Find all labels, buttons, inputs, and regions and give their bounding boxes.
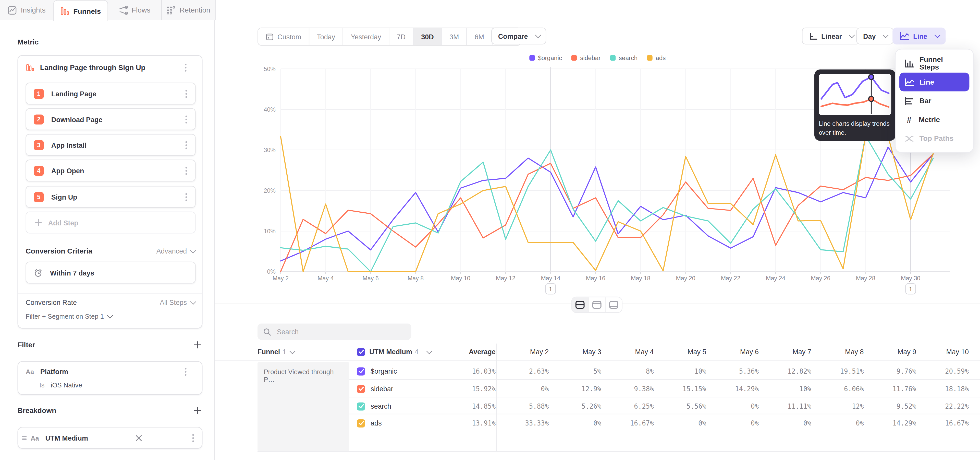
table-row[interactable]: sidebar 15.92% 0% 12.9% 9.38% 15.15% 14.…: [349, 380, 980, 398]
legend-item-organic[interactable]: $organic: [529, 54, 562, 61]
cell-value: 18.18%: [916, 380, 969, 398]
row-checkbox[interactable]: [357, 419, 365, 427]
funnel-step-row[interactable]: 2 Download Page: [25, 109, 196, 130]
row-checkbox[interactable]: [357, 402, 365, 410]
chevron-down-icon: [934, 32, 940, 38]
chevron-down-icon: [190, 298, 196, 304]
svg-text:May 18: May 18: [631, 275, 650, 282]
funnel-step-row[interactable]: 5 Sign Up: [25, 186, 196, 208]
range-3m[interactable]: 3M: [441, 28, 466, 45]
menu-item-metric[interactable]: # Metric: [899, 110, 969, 129]
segment-name: search: [371, 402, 391, 410]
range-6m[interactable]: 6M: [466, 28, 492, 45]
svg-text:May 16: May 16: [586, 275, 605, 282]
layout-chart-button[interactable]: [588, 297, 605, 312]
select-all-checkbox[interactable]: [357, 348, 365, 356]
drag-handle-icon[interactable]: [22, 435, 27, 441]
breakdown-card[interactable]: Aa UTM Medium: [18, 427, 203, 449]
conversion-window-row[interactable]: Within 7 days: [25, 262, 196, 284]
row-checkbox[interactable]: [357, 385, 365, 393]
cell-value: 22.22%: [916, 398, 969, 415]
interval-dropdown[interactable]: Day: [856, 27, 894, 45]
table-header-row: Funnel 1 UTM Medium 4 Average May 2 May …: [215, 343, 980, 360]
legend-label: $organic: [538, 54, 562, 61]
menu-item-line[interactable]: Line: [899, 73, 969, 91]
legend-item-ads[interactable]: ads: [647, 54, 666, 61]
range-label: 30D: [421, 33, 434, 40]
legend-swatch: [529, 55, 535, 61]
tab-funnels[interactable]: Funnels: [53, 0, 108, 21]
range-yesterday[interactable]: Yesterday: [343, 28, 389, 45]
layout-split-button[interactable]: [572, 297, 588, 312]
chevron-down-icon: [190, 247, 196, 253]
table-row[interactable]: $organic 16.03% 2.63% 5% 8% 10% 5.36% 12…: [349, 363, 980, 380]
range-today[interactable]: Today: [309, 28, 343, 45]
scale-dropdown[interactable]: Linear: [802, 27, 860, 45]
step-options-button[interactable]: [183, 115, 190, 123]
funnel-step-row[interactable]: 3 App Install: [25, 134, 196, 156]
funnel-step-row[interactable]: 1 Landing Page: [25, 83, 196, 104]
layout-chart-icon: [592, 300, 602, 309]
breakdown-column-dropdown[interactable]: UTM Medium 4: [357, 343, 430, 360]
cell-value: 8%: [601, 363, 654, 380]
table-row[interactable]: search 14.85% 5.88% 5.26% 6.25% 5.56% 0%…: [349, 398, 980, 415]
funnel-column-dropdown[interactable]: Funnel 1: [258, 343, 294, 360]
add-filter-button[interactable]: [194, 341, 201, 348]
tab-insights[interactable]: Insights: [0, 0, 53, 20]
cell-value: 12%: [811, 398, 864, 415]
close-icon[interactable]: [135, 435, 142, 441]
filter-segment-dropdown[interactable]: Filter + Segment on Step 1: [25, 312, 194, 320]
conversion-rate-dropdown[interactable]: All Steps: [160, 299, 194, 306]
calendar-icon: [266, 32, 274, 41]
property-type-icon: Aa: [30, 434, 39, 441]
step-options-button[interactable]: [183, 166, 190, 175]
filter-options-button[interactable]: [182, 367, 189, 376]
layout-split-icon: [575, 300, 585, 309]
table-search[interactable]: [258, 324, 411, 340]
breakdown-options-button[interactable]: [189, 433, 197, 442]
chevron-down-icon: [883, 32, 889, 38]
layout-table-button[interactable]: [605, 297, 622, 312]
menu-item-funnel-steps[interactable]: Funnel Steps: [899, 54, 969, 73]
top-paths-icon: [904, 134, 915, 143]
average-column-header[interactable]: Average: [443, 343, 496, 360]
legend-item-sidebar[interactable]: sidebar: [571, 54, 601, 61]
advanced-dropdown[interactable]: Advanced: [156, 247, 194, 254]
range-7d[interactable]: 7D: [389, 28, 413, 45]
step-options-button[interactable]: [183, 141, 190, 149]
svg-text:May 2: May 2: [272, 275, 289, 282]
chart-type-label: Line: [913, 32, 927, 40]
funnel-cell[interactable]: Product Viewed through P…: [258, 363, 349, 451]
step-options-button[interactable]: [183, 89, 190, 98]
svg-text:May 22: May 22: [721, 275, 740, 282]
cell-value: 33.33%: [496, 414, 549, 432]
add-breakdown-button[interactable]: [194, 407, 201, 414]
date-column-header: May 7: [759, 343, 811, 360]
compare-button[interactable]: Compare: [491, 27, 546, 45]
tab-flows[interactable]: Flows: [108, 0, 161, 20]
row-checkbox[interactable]: [357, 367, 365, 375]
tab-retention[interactable]: Retention: [161, 0, 215, 20]
range-30d[interactable]: 30D: [413, 28, 441, 45]
search-input[interactable]: [275, 327, 406, 336]
filter-operator[interactable]: Is: [39, 381, 45, 388]
funnel-step-row[interactable]: 4 App Open: [25, 160, 196, 181]
chart-type-dropdown[interactable]: Line: [892, 27, 945, 45]
filter-value[interactable]: iOS Native: [51, 381, 82, 388]
menu-item-bar[interactable]: Bar: [899, 91, 969, 110]
average-value: 14.85%: [443, 398, 496, 415]
cell-value: 0%: [706, 398, 759, 415]
cell-value: 10%: [654, 363, 706, 380]
table-row[interactable]: ads 13.91% 33.33% 0% 16.67% 0% 0% 0% 0% …: [349, 414, 980, 432]
filter-card[interactable]: Aa Platform Is iOS Native: [18, 361, 203, 395]
add-step-button[interactable]: Add Step: [25, 212, 196, 233]
cell-value: 0%: [811, 414, 864, 432]
funnel-options-button[interactable]: [182, 63, 189, 72]
funnel-title: Landing Page through Sign Up: [40, 64, 145, 71]
menu-item-label: Funnel Steps: [919, 56, 964, 71]
legend-item-search[interactable]: search: [610, 54, 638, 61]
step-options-button[interactable]: [183, 192, 190, 201]
range-custom[interactable]: Custom: [258, 28, 309, 45]
cell-value: 11.11%: [759, 398, 811, 415]
date-range-segmented-control: Custom Today Yesterday 7D 30D 3M 6M 12M: [258, 27, 522, 46]
